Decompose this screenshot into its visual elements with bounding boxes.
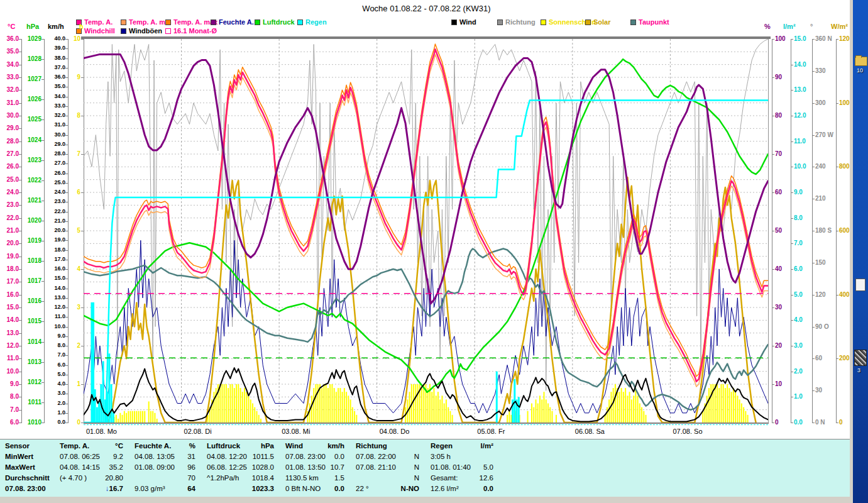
tick-h: 4	[0, 265, 80, 272]
legend-item-feuchte-a: Feuchte A.	[211, 18, 254, 26]
tickmark-kmh	[65, 250, 68, 251]
legend-item-temp-a-max: Temp. A. max	[165, 18, 217, 26]
axis-unit-hpa: hPa	[26, 23, 39, 30]
tick-deg: 60	[815, 355, 822, 362]
bar-sonnenschein	[643, 411, 644, 423]
bar-sonnenschein	[629, 392, 630, 423]
tick-h: 10	[0, 35, 80, 42]
legend-swatch-regen-icon	[297, 19, 303, 25]
bar-regen-rate	[113, 412, 114, 423]
tick-lm2: 5.0	[794, 291, 803, 298]
tickmark-deg	[812, 358, 815, 359]
tick-lm2: 7.0	[794, 240, 803, 246]
tickmark-lm2	[791, 243, 793, 244]
tickmark-kmh	[65, 221, 68, 222]
desktop-strip: 10 3	[853, 0, 868, 503]
desktop-folder-icon[interactable]	[855, 57, 867, 66]
tick-kmh: 34.0	[0, 93, 65, 99]
tick-deg: 90 O	[815, 323, 829, 330]
table-cell-value: N	[351, 474, 419, 482]
tickmark-wm2	[836, 167, 838, 167]
tick-kmh: 37.0	[0, 64, 65, 70]
tick-deg: 330	[815, 67, 826, 74]
table-cell-label: Richtung	[356, 442, 387, 450]
tickmark-pct	[772, 77, 774, 78]
table-cell-value: 0.0	[280, 453, 344, 460]
bar-sonnenschein	[449, 411, 451, 423]
tickmark-lm2	[791, 116, 793, 116]
tick-lm2: 6.0	[794, 265, 803, 272]
bar-sonnenschein	[254, 407, 255, 423]
legend-swatch-temp-a-max-icon	[165, 19, 171, 25]
bar-sonnenschein	[731, 392, 732, 423]
tickmark-deg	[812, 263, 815, 263]
tickmark-kmh	[65, 87, 68, 87]
tick-h: 0	[0, 419, 80, 426]
bar-sonnenschein	[549, 407, 551, 423]
bar-sonnenschein	[727, 384, 728, 423]
table-cell-value: 0.0	[426, 485, 493, 492]
bar-sonnenschein	[725, 388, 726, 423]
legend-swatch-16-1-monat-icon	[165, 28, 171, 34]
bar-sonnenschein	[431, 392, 432, 423]
bar-sonnenschein	[437, 392, 439, 423]
tickmark-kmh	[65, 365, 68, 366]
bar-sonnenschein	[232, 384, 233, 423]
legend-label: Richtung	[505, 18, 536, 26]
series-temp-a	[84, 49, 768, 382]
table-cell-value: 31	[129, 453, 195, 460]
bar-sonnenschein	[702, 411, 703, 423]
bar-sonnenschein	[122, 415, 123, 423]
table-cell-value: N	[351, 463, 419, 471]
bar-sonnenschein	[741, 404, 742, 423]
tick-kmh: 3.0	[0, 390, 65, 396]
tickmark-kmh	[65, 327, 68, 328]
tick-lm2: 12.0	[794, 112, 806, 119]
bar-sonnenschein	[327, 388, 329, 423]
tick-h: 5	[0, 227, 80, 234]
tick-h: 8	[0, 112, 80, 119]
bar-sonnenschein	[745, 411, 746, 423]
tickmark-deg	[812, 390, 815, 391]
desktop-document-icon[interactable]	[855, 279, 865, 291]
tick-pct: 90	[775, 74, 782, 80]
tickmark-wm2	[836, 103, 838, 104]
legend-label: Temp. A.	[84, 18, 113, 26]
bar-sonnenschein	[452, 415, 453, 423]
tickmark-kmh	[65, 375, 68, 375]
x-label-day: 04.08. Do	[380, 428, 410, 435]
bar-sonnenschein	[543, 392, 544, 423]
axis-unit-w-m: W/m²	[831, 23, 848, 30]
bar-sonnenschein	[507, 415, 508, 423]
bar-sonnenschein	[556, 415, 557, 423]
legend-swatch-temp-a-min-icon	[121, 19, 126, 25]
bar-sonnenschein	[633, 395, 634, 423]
bar-sonnenschein	[226, 384, 227, 423]
tick-pct: 40	[775, 265, 782, 272]
bar-sonnenschein	[613, 388, 614, 423]
bar-sonnenschein	[250, 399, 251, 423]
tick-h: 3	[0, 304, 80, 311]
legend-item-solar: Solar	[585, 18, 611, 26]
bar-sonnenschein	[446, 399, 447, 423]
tick-wm2: 200	[839, 355, 850, 362]
bar-sonnenschein	[625, 388, 626, 423]
bar-sonnenschein	[348, 395, 349, 423]
legend-label: Taupunkt	[639, 18, 669, 26]
tickmark-hPa	[41, 321, 44, 322]
bar-sonnenschein	[329, 384, 331, 423]
tick-pct: 80	[775, 112, 782, 119]
bar-sonnenschein	[352, 407, 353, 423]
tickmark-deg	[812, 71, 815, 72]
bar-sonnenschein	[444, 404, 445, 423]
bar-sonnenschein	[641, 407, 642, 423]
tick-kmh: 15.0	[0, 275, 65, 281]
bar-sonnenschein	[132, 411, 133, 423]
desktop-image-icon[interactable]	[854, 350, 867, 366]
legend-label: Regen	[305, 18, 327, 26]
tickmark-kmh	[65, 355, 68, 356]
axis-unit-h: h	[79, 23, 84, 30]
bar-sonnenschein	[708, 388, 710, 423]
bar-sonnenschein	[354, 411, 355, 423]
tick-pct: 50	[775, 227, 782, 234]
